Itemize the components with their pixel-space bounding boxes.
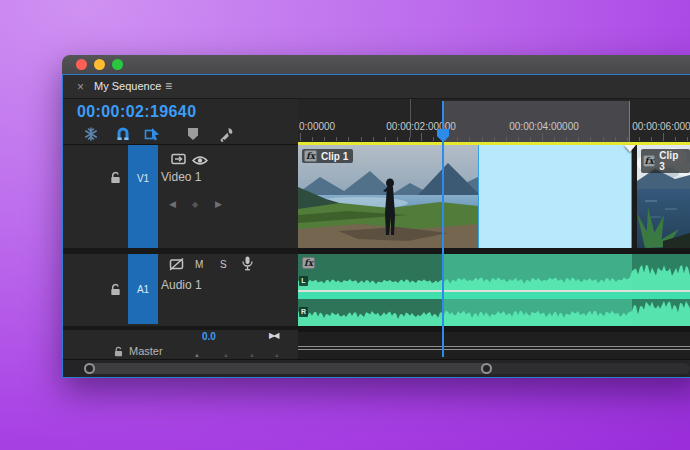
panel-menu-icon[interactable]: ≡ (165, 79, 171, 93)
audio-lane-divider (298, 292, 690, 299)
master-lock-icon[interactable] (113, 346, 124, 357)
sync-lock-icon[interactable] (171, 153, 187, 166)
voiceover-record-icon[interactable] (242, 256, 253, 271)
audio-lock-icon[interactable] (109, 283, 122, 296)
toggle-track-output-icon[interactable] (192, 154, 208, 167)
master-level-line[interactable] (298, 349, 690, 350)
next-keyframe-icon[interactable]: ▶ (215, 199, 222, 209)
timeline-settings-icon[interactable] (218, 126, 234, 142)
video-clip-3[interactable]: fx Clip 3 (637, 145, 690, 248)
video-clip-1[interactable]: fx Clip 1 (298, 145, 478, 248)
collapse-icon[interactable]: ▲ (274, 352, 280, 358)
out-point-marker-icon[interactable] (624, 145, 636, 152)
master-track-name: Master (129, 345, 163, 357)
mute-button[interactable]: M (195, 259, 203, 270)
clip3-label-chip: fx Clip 3 (641, 149, 690, 173)
fx-badge-icon: fx (643, 155, 655, 167)
waveform-right (298, 299, 690, 326)
collapse-icon[interactable]: ▲ (249, 352, 255, 358)
window-titlebar[interactable] (62, 55, 690, 74)
close-panel-icon[interactable]: × (77, 80, 84, 94)
zoom-handle-right[interactable] (481, 363, 492, 374)
ruler-label: 00:00:04:00000 (509, 121, 579, 132)
fx-badge-icon: fx (304, 150, 317, 162)
ruler-label: 00:00:06:00000 (632, 121, 690, 132)
video-clip-2-selected[interactable] (478, 145, 632, 248)
linked-selection-icon[interactable] (144, 126, 160, 142)
left-channel-badge: L (299, 276, 308, 286)
audio-clip-1[interactable]: fx L R (298, 254, 690, 326)
nest-clips-icon[interactable] (83, 126, 99, 142)
zoom-handle-left[interactable] (84, 363, 95, 374)
audio-lane-right (298, 299, 690, 326)
master-keyframes-icon[interactable]: ▶◀ (269, 331, 277, 340)
desktop-background: × My Sequence ≡ 00:00:02:19640 (0, 0, 690, 450)
close-window-button[interactable] (76, 59, 87, 70)
ruler-label: 0:00000 (299, 121, 335, 132)
source-patch-v1[interactable]: V1 (128, 145, 158, 248)
collapse-icon[interactable]: ▲ (223, 352, 229, 358)
bottom-bar (63, 360, 690, 378)
zoom-window-button[interactable] (112, 59, 123, 70)
tab-my-sequence[interactable]: My Sequence (94, 80, 161, 92)
audio-sync-lock-icon[interactable] (169, 258, 185, 271)
collapse-icon[interactable]: ▲ (194, 352, 200, 358)
app-window: × My Sequence ≡ 00:00:02:19640 (62, 55, 690, 378)
audio-lane-left (298, 254, 690, 290)
scrollbar-thumb[interactable] (84, 363, 492, 374)
clip3-label: Clip 3 (659, 150, 685, 172)
snap-icon[interactable] (115, 126, 131, 142)
clip1-label-chip: fx Clip 1 (302, 149, 353, 163)
minimize-window-button[interactable] (94, 59, 105, 70)
source-patch-a1[interactable]: A1 (128, 254, 158, 324)
fx-badge-icon: fx (302, 257, 315, 269)
timeline-track-area[interactable]: 0:00000 00:00:02:00000 00:00:04:00000 00… (298, 99, 690, 359)
add-keyframe-icon[interactable]: ◆ (192, 200, 198, 209)
video-lock-icon[interactable] (109, 171, 122, 184)
add-marker-icon[interactable] (185, 126, 201, 142)
timeline-panel: × My Sequence ≡ 00:00:02:19640 (62, 74, 690, 378)
solo-button[interactable]: S (220, 259, 227, 270)
master-gain-value[interactable]: 0.0 (202, 331, 216, 342)
right-channel-badge: R (299, 307, 308, 317)
prev-keyframe-icon[interactable]: ◀ (169, 199, 176, 209)
clip1-label: Clip 1 (321, 151, 348, 162)
horizontal-scrollbar[interactable] (84, 363, 690, 374)
video-track-name: Video 1 (161, 170, 201, 184)
waveform-left (298, 254, 690, 290)
audio-track-name: Audio 1 (161, 278, 202, 292)
master-level-line[interactable] (298, 346, 690, 347)
playhead-timecode[interactable]: 00:00:02:19640 (77, 103, 196, 121)
